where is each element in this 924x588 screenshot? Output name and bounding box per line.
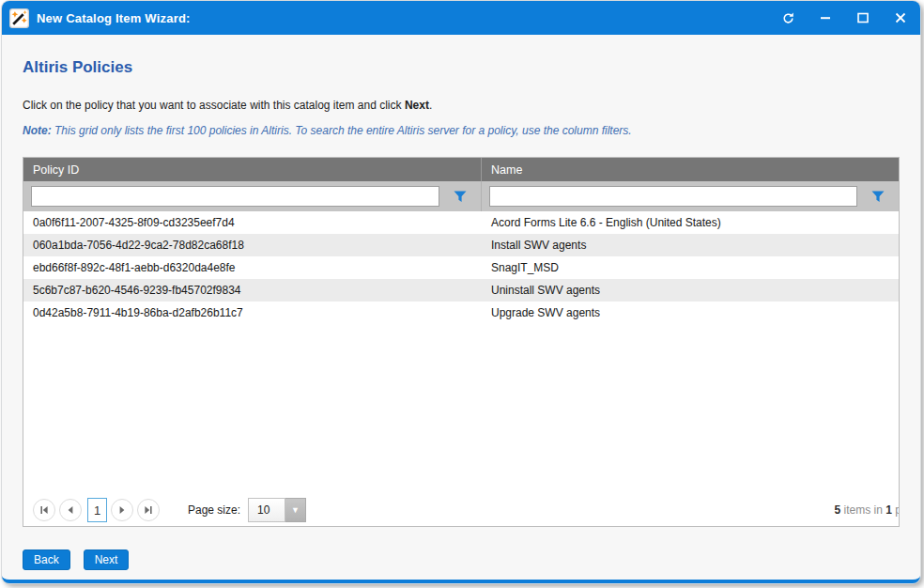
instruction-prefix: Click on the policy that you want to ass… [23,99,405,112]
name-cell[interactable]: Acord Forms Lite 6.6 - English (United S… [482,211,899,234]
close-icon[interactable] [892,9,909,26]
policy-id-cell[interactable]: ebd66f8f-892c-48f1-aebb-d6320da4e8fe [23,256,482,279]
instruction-next-word: Next [405,99,429,112]
instruction-suffix: . [429,99,432,112]
filter-funnel-icon[interactable] [857,191,899,203]
previous-page-icon[interactable] [59,499,82,521]
minimize-icon[interactable] [817,9,834,26]
refresh-icon[interactable] [779,9,796,26]
filter-funnel-icon[interactable] [439,191,481,203]
name-cell[interactable]: Install SWV agents [482,234,899,256]
grid-filter-row [23,181,899,211]
instruction-text: Click on the policy that you want to ass… [23,99,900,112]
policy-id-cell[interactable]: 0d42a5b8-7911-4b19-86ba-d2afb26b11c7 [23,302,482,324]
table-row[interactable]: 0a0f6f11-2007-4325-8f09-cd3235eef7d4 Aco… [23,211,899,234]
chevron-down-icon[interactable]: ▼ [285,498,306,522]
name-filter-input[interactable] [489,186,857,207]
policy-id-cell[interactable]: 5c6b7c87-b620-4546-9239-fb45702f9834 [23,279,482,302]
policy-id-filter-cell [23,181,482,211]
grid-pager: 1 Page size: 10 ▼ 5 items in 1 p [23,494,899,526]
next-button[interactable]: Next [84,549,130,570]
current-page-indicator[interactable]: 1 [87,498,107,522]
window-controls [779,9,909,26]
page-size-value: 10 [248,498,285,522]
note-text: Note: This grid only lists the first 100… [23,124,900,137]
grid-body: 0a0f6f11-2007-4325-8f09-cd3235eef7d4 Aco… [23,211,899,494]
table-row[interactable]: ebd66f8f-892c-48f1-aebb-d6320da4e8fe Sna… [23,256,899,279]
table-row[interactable]: 0d42a5b8-7911-4b19-86ba-d2afb26b11c7 Upg… [23,302,899,324]
table-row[interactable]: 060a1bda-7056-4d22-9ca2-78d82ca68f18 Ins… [23,234,899,256]
last-page-icon[interactable] [137,499,160,521]
window-title: New Catalog Item Wizard: [37,11,191,25]
page-title: Altiris Policies [23,58,900,77]
name-filter-cell [482,181,899,211]
titlebar: New Catalog Item Wizard: [2,1,920,35]
content-area: Altiris Policies Click on the policy tha… [2,35,920,580]
grid-header-row: Policy ID Name [23,158,899,181]
policy-id-cell[interactable]: 0a0f6f11-2007-4325-8f09-cd3235eef7d4 [23,211,482,234]
policy-id-filter-input[interactable] [31,186,439,207]
maximize-icon[interactable] [855,9,871,26]
note-label: Note: [23,124,52,137]
next-page-icon[interactable] [111,499,133,521]
wizard-footer: Back Next [23,549,900,570]
page-size-dropdown[interactable]: 10 ▼ [248,498,306,522]
items-summary-middle: items in [840,503,886,517]
note-body: This grid only lists the first 100 polic… [52,124,632,137]
first-page-icon[interactable] [33,499,55,521]
column-header-name[interactable]: Name [482,158,899,181]
table-row[interactable]: 5c6b7c87-b620-4546-9239-fb45702f9834 Uni… [23,279,899,302]
column-header-policy-id[interactable]: Policy ID [23,158,482,181]
pages-count: 1 [886,503,892,517]
items-summary-tail: p [892,503,899,517]
items-summary: 5 items in 1 p [835,503,899,517]
name-cell[interactable]: Uninstall SWV agents [482,279,899,302]
name-cell[interactable]: Upgrade SWV agents [482,302,899,324]
policy-id-cell[interactable]: 060a1bda-7056-4d22-9ca2-78d82ca68f18 [23,234,482,256]
wizard-window: New Catalog Item Wizard: [2,1,920,583]
page-size-label: Page size: [188,503,240,517]
policies-grid: Policy ID Name [23,157,900,527]
back-button[interactable]: Back [23,549,70,570]
wizard-wand-stars-icon [9,8,29,28]
name-cell[interactable]: SnagIT_MSD [482,256,899,279]
